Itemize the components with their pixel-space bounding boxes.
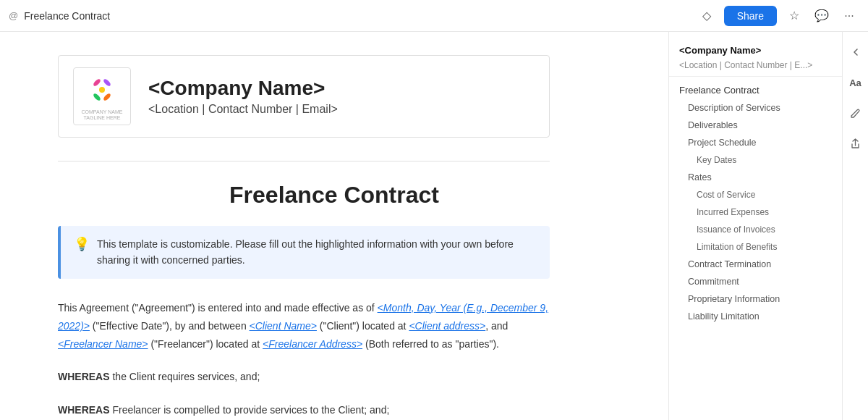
share-icon-btn[interactable] <box>846 133 866 154</box>
company-name-heading: <Company Name> <box>148 77 338 100</box>
diamond-icon-btn[interactable]: ◇ <box>697 6 717 26</box>
para1-text1: This Agreement ("Agreement") is entered … <box>58 302 378 314</box>
document-area: COMPANY NAME TAGLINE HERE <Company Name>… <box>0 32 668 420</box>
sidebar-nav-item-9[interactable]: Limitation of Benefits <box>669 238 842 256</box>
topbar: @ Freelance Contract ◇ Share ☆ 💬 ··· <box>0 0 868 32</box>
whereas1-label: WHEREAS <box>58 371 110 382</box>
company-sub-heading: <Location | Contact Number | Email> <box>148 103 338 116</box>
edit-icon-btn[interactable] <box>846 103 866 123</box>
info-box-text: This template is customizable. Please fi… <box>97 236 537 269</box>
share-svg <box>850 138 861 149</box>
main-layout: COMPANY NAME TAGLINE HERE <Company Name>… <box>0 32 868 420</box>
svg-point-3 <box>103 92 112 101</box>
para1-client-link[interactable]: <Client Name> <box>250 320 317 332</box>
para1-text3: ("Client") located at <box>317 320 409 332</box>
topbar-left: @ Freelance Contract <box>9 10 697 22</box>
para1-freelancer-link[interactable]: <Freelancer Name> <box>58 338 148 350</box>
sidebar-nav-item-10[interactable]: Contract Termination <box>669 256 842 273</box>
paragraph-whereas1: WHEREAS the Client requires services, an… <box>58 368 550 386</box>
para1-text4: , and <box>485 320 508 332</box>
sidebar-nav-item-8[interactable]: Issuance of Invoices <box>669 221 842 238</box>
svg-point-1 <box>103 77 112 87</box>
sidebar-location: <Location | Contact Number | E...> <box>669 59 842 77</box>
sidebar-nav-item-12[interactable]: Proprietary Information <box>669 290 842 308</box>
sidebar-nav-item-0[interactable]: Freelance Contract <box>669 81 842 99</box>
at-icon: @ <box>9 10 18 21</box>
collapse-icon-btn[interactable] <box>846 42 866 62</box>
tool-icons-panel: Aa <box>842 32 868 420</box>
sidebar-nav-item-3[interactable]: Project Schedule <box>669 134 842 151</box>
share-button[interactable]: Share <box>724 6 777 26</box>
company-logo-box: COMPANY NAME TAGLINE HERE <box>73 67 131 125</box>
info-box: 💡 This template is customizable. Please … <box>58 226 550 279</box>
collapse-svg <box>850 46 861 58</box>
outline-sidebar: <Company Name> <Location | Contact Numbe… <box>668 32 842 420</box>
paragraph-whereas2: WHEREAS Freelancer is compelled to provi… <box>58 401 550 419</box>
tab-title: Freelance Contract <box>24 10 110 22</box>
sidebar-nav-item-5[interactable]: Rates <box>669 169 842 186</box>
more-icon-btn[interactable]: ··· <box>839 6 859 26</box>
logo-text: COMPANY NAME TAGLINE HERE <box>82 109 123 122</box>
bulb-icon: 💡 <box>74 236 90 269</box>
sidebar-nav-item-6[interactable]: Cost of Service <box>669 186 842 203</box>
sidebar-nav-item-4[interactable]: Key Dates <box>669 151 842 169</box>
sidebar-nav-item-13[interactable]: Liability Limitation <box>669 308 842 325</box>
doc-main-title: Freelance Contract <box>58 182 610 209</box>
sidebar-nav-item-2[interactable]: Deliverables <box>669 117 842 134</box>
paragraph-agreement: This Agreement ("Agreement") is entered … <box>58 299 550 354</box>
para1-text2: ("Effective Date"), by and between <box>90 320 250 332</box>
sidebar-nav-item-7[interactable]: Incurred Expenses <box>669 203 842 221</box>
sidebar-company-name: <Company Name> <box>669 41 842 59</box>
font-size-icon-btn[interactable]: Aa <box>846 72 866 93</box>
font-aa-icon: Aa <box>849 77 861 88</box>
para1-text6: (Both referred to as "parties"). <box>362 338 499 350</box>
chat-icon-btn[interactable]: 💬 <box>812 6 832 26</box>
whereas2-text: Freelancer is compelled to provide servi… <box>110 404 390 416</box>
edit-svg <box>850 108 861 119</box>
company-logo-svg <box>84 72 120 108</box>
doc-divider <box>58 161 550 161</box>
svg-point-0 <box>93 77 102 87</box>
sidebar-nav-item-1[interactable]: Description of Services <box>669 99 842 117</box>
topbar-right: ◇ Share ☆ 💬 ··· <box>697 6 859 26</box>
sidebar-nav-item-11[interactable]: Commitment <box>669 273 842 290</box>
whereas1-text: the Client requires services, and; <box>110 371 260 382</box>
svg-point-2 <box>93 92 102 101</box>
doc-header: COMPANY NAME TAGLINE HERE <Company Name>… <box>58 55 550 138</box>
svg-point-4 <box>99 87 105 93</box>
para1-faddr-link[interactable]: <Freelancer Address> <box>263 338 362 350</box>
right-column: <Company Name> <Location | Contact Numbe… <box>668 32 868 420</box>
whereas2-label: WHEREAS <box>58 404 110 416</box>
para1-text5: ("Freelancer") located at <box>148 338 263 350</box>
star-icon-btn[interactable]: ☆ <box>784 6 804 26</box>
doc-header-info: <Company Name> <Location | Contact Numbe… <box>148 77 338 116</box>
para1-addr-link[interactable]: <Client address> <box>409 320 485 332</box>
